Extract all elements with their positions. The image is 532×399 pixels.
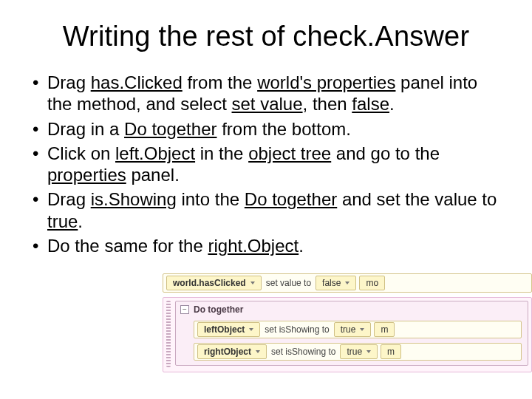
tile-value-true[interactable]: true	[334, 322, 372, 337]
underlined-text: is.Showing	[91, 189, 177, 209]
alice-screenshot: world.hasClicked set value to false mo −…	[163, 273, 532, 392]
underlined-text: properties	[47, 165, 126, 185]
chevron-down-icon	[360, 328, 364, 331]
underlined-text: has.Clicked	[91, 72, 183, 92]
instruction-row-hasclicked: world.hasClicked set value to false mo	[163, 273, 532, 293]
set-isshowing-label: set isShowing to	[263, 324, 330, 335]
tile-label: true	[341, 324, 356, 335]
text-run: in the	[195, 143, 248, 163]
text-run: Do the same for the	[47, 236, 208, 256]
tile-label: mo	[366, 278, 378, 288]
tile-more[interactable]: mo	[359, 276, 385, 290]
text-run: Drag	[47, 189, 91, 209]
set-isshowing-label: set isShowing to	[270, 347, 337, 357]
tile-label: false	[322, 278, 341, 288]
tile-more[interactable]: m	[381, 344, 401, 359]
text-run: and go to the	[331, 143, 440, 163]
tile-value-false[interactable]: false	[316, 276, 356, 290]
do-together-label: Do together	[194, 304, 243, 315]
underlined-text: Do together	[124, 119, 216, 139]
slide: Writing the rest of check.Answer Drag ha…	[0, 0, 532, 399]
tile-label: world.hasClicked	[173, 278, 246, 288]
tile-label: m	[387, 347, 395, 357]
text-run: .	[299, 236, 304, 256]
do-together-body: leftObjectset isShowing totruemrightObje…	[176, 318, 528, 365]
underlined-text: right.Object	[208, 236, 299, 256]
underlined-text: left.Object	[115, 143, 195, 163]
tile-label: true	[347, 347, 362, 357]
bullet-list: Drag has.Clicked from the world's proper…	[30, 72, 502, 256]
instruction-row-isshowing: leftObjectset isShowing totruem	[194, 321, 522, 338]
do-together-header: − Do together	[176, 301, 528, 318]
chevron-down-icon	[256, 350, 260, 353]
text-run: panel.	[126, 165, 180, 185]
do-together-block[interactable]: − Do together leftObjectset isShowing to…	[175, 301, 528, 366]
drag-handle[interactable]	[166, 301, 171, 367]
slide-title: Writing the rest of check.Answer	[30, 21, 502, 52]
text-run: and set the value to	[337, 189, 497, 209]
text-run: from the	[183, 72, 257, 92]
tile-value-true[interactable]: true	[340, 344, 378, 359]
tile-label: leftObject	[204, 324, 245, 335]
underlined-text: true	[47, 211, 78, 231]
outer-container: − Do together leftObjectset isShowing to…	[163, 297, 532, 372]
text-run: .	[389, 94, 395, 114]
tile-label: rightObject	[204, 347, 251, 357]
text-run: Click on	[47, 143, 115, 163]
tile-more[interactable]: m	[374, 322, 395, 337]
bullet-item: Drag has.Clicked from the world's proper…	[30, 72, 502, 115]
chevron-down-icon	[345, 282, 349, 284]
text-run: Drag	[47, 72, 91, 92]
chevron-down-icon	[366, 350, 371, 353]
underlined-text: Do together	[245, 189, 337, 209]
underlined-text: set value	[232, 94, 303, 114]
instruction-row-isshowing: rightObjectset isShowing totruem	[194, 343, 522, 361]
text-run: .	[78, 211, 83, 231]
tile-world-hasclicked[interactable]: world.hasClicked	[166, 276, 262, 290]
bullet-item: Drag in a Do together from the bottom.	[30, 118, 502, 140]
underlined-text: world's properties	[257, 72, 395, 92]
tile-object[interactable]: leftObject	[197, 322, 260, 337]
bullet-item: Drag is.Showing into the Do together and…	[30, 188, 502, 232]
text-run: into the	[177, 189, 245, 209]
set-value-label: set value to	[265, 278, 313, 288]
text-run: from the bottom.	[216, 119, 350, 139]
tile-label: m	[381, 324, 388, 335]
underlined-text: false	[352, 94, 389, 114]
bullet-item: Do the same for the right.Object.	[30, 235, 502, 256]
underlined-text: object tree	[248, 143, 331, 163]
tile-object[interactable]: rightObject	[197, 344, 267, 359]
collapse-icon[interactable]: −	[180, 305, 189, 314]
chevron-down-icon	[249, 328, 253, 331]
text-run: Drag in a	[47, 119, 124, 139]
text-run: , then	[303, 94, 352, 114]
bullet-item: Click on left.Object in the object tree …	[30, 143, 502, 186]
chevron-down-icon	[250, 282, 255, 284]
